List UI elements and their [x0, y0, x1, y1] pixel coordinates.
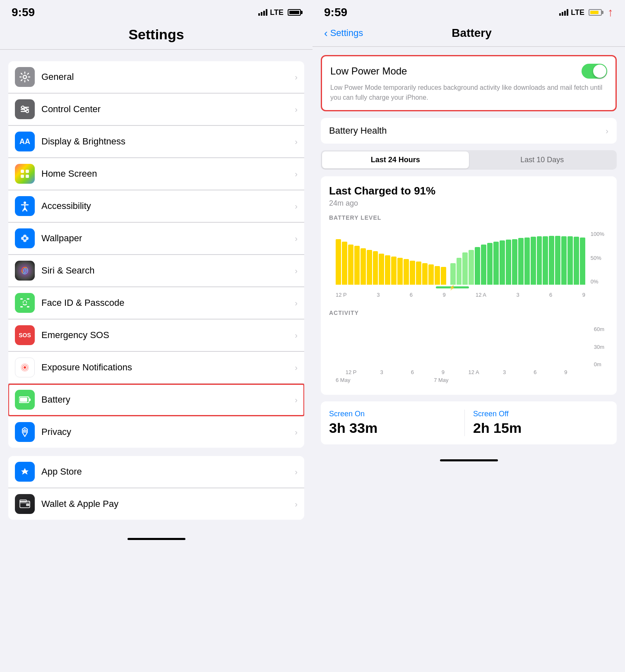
right-content: Low Power Mode Low Power Mode temporaril…: [312, 47, 625, 453]
charged-ago: 24m ago: [329, 199, 608, 208]
wallpaper-label: Wallpaper: [41, 233, 291, 244]
settings-group-2: App Store › Wallet & Apple Pay ›: [8, 456, 304, 520]
svg-point-10: [26, 110, 29, 113]
right-status-icons: LTE ↑: [559, 6, 613, 19]
appstore-chevron: ›: [295, 467, 298, 477]
settings-item-exposure[interactable]: Exposure Notifications ›: [8, 352, 304, 384]
battery-health-label: Battery Health: [329, 125, 387, 136]
battery-label: Battery: [41, 394, 291, 405]
siri-icon: [20, 266, 30, 276]
settings-item-appstore[interactable]: App Store ›: [8, 456, 304, 488]
siri-label: Siri & Search: [41, 265, 291, 276]
sos-icon-wrap: SOS: [15, 325, 35, 345]
home-screen-label: Home Screen: [41, 168, 291, 179]
wallpaper-icon-wrap: [15, 228, 35, 248]
siri-chevron: ›: [295, 266, 298, 276]
svg-rect-23: [27, 298, 29, 300]
faceid-icon-wrap: [15, 293, 35, 313]
svg-rect-2: [263, 11, 265, 16]
ay-60: 60m: [594, 326, 604, 332]
faceid-icon: [19, 298, 30, 308]
control-center-label: Control Center: [41, 104, 291, 115]
screen-on-col: Screen On 3h 33m: [329, 410, 464, 436]
settings-item-battery[interactable]: Battery ›: [8, 384, 304, 416]
tab-selector: Last 24 Hours Last 10 Days: [321, 150, 617, 170]
svg-rect-42: [562, 12, 563, 16]
settings-item-privacy[interactable]: Privacy ›: [8, 416, 304, 448]
settings-item-siri[interactable]: Siri & Search ›: [8, 255, 304, 287]
sliders-icon: [19, 104, 30, 115]
tab-10d[interactable]: Last 10 Days: [469, 151, 616, 168]
left-home-indicator: [127, 538, 185, 540]
ay-30: 30m: [594, 344, 604, 350]
settings-item-faceid[interactable]: Face ID & Passcode ›: [8, 287, 304, 319]
svg-rect-3: [266, 9, 267, 16]
settings-item-control-center[interactable]: Control Center ›: [8, 94, 304, 125]
date-6may: 6 May: [336, 377, 434, 383]
right-page-title: Battery: [363, 26, 580, 40]
svg-point-15: [24, 202, 26, 204]
settings-item-home-screen[interactable]: Home Screen ›: [8, 158, 304, 190]
accessibility-icon-wrap: [15, 196, 35, 216]
privacy-icon-wrap: [15, 422, 35, 442]
settings-item-general[interactable]: General ›: [8, 61, 304, 93]
battery-chart: 100% 50% 0% ⚡: [329, 224, 608, 301]
activity-chart: 60m 30m 0m 12 P36912 A369 6 May 7 May: [329, 319, 608, 386]
settings-item-wallpaper[interactable]: Wallpaper ›: [8, 223, 304, 254]
battery-y-labels: 100% 50% 0%: [591, 231, 604, 285]
faceid-label: Face ID & Passcode: [41, 298, 291, 308]
wallet-icon: [19, 499, 30, 509]
low-power-label: Low Power Mode: [330, 65, 407, 77]
privacy-label: Privacy: [41, 427, 291, 437]
activity-bar-area: [336, 326, 602, 367]
exposure-icon: [19, 362, 30, 373]
low-power-toggle[interactable]: [582, 64, 607, 79]
activity-x-axis: 12 P36912 A369: [336, 369, 602, 375]
grid-icon: [20, 169, 30, 179]
y-50: 50%: [591, 255, 604, 261]
activity-dates: 6 May 7 May: [336, 377, 602, 383]
right-signal-icon: [559, 9, 568, 16]
activity-section: ACTIVITY 60m 30m 0m 12 P36912 A369 6 Ma: [329, 310, 608, 386]
settings-item-wallet[interactable]: Wallet & Apple Pay ›: [8, 488, 304, 520]
svg-point-4: [23, 75, 26, 79]
svg-point-28: [24, 366, 26, 369]
battery-chevron: ›: [295, 395, 298, 405]
settings-group-1: General › Control Center ›: [8, 61, 304, 448]
right-header: ‹ Settings Battery: [312, 23, 625, 47]
battery-icon-right: [589, 9, 602, 16]
lte-label: LTE: [270, 8, 284, 17]
svg-rect-22: [20, 298, 23, 300]
battery-x-axis: 12 P36912 A369: [336, 290, 602, 298]
settings-item-accessibility[interactable]: Accessibility ›: [8, 190, 304, 222]
activity-chart-label: ACTIVITY: [329, 310, 608, 316]
lightning-icon: ⚡: [449, 285, 455, 290]
siri-icon-wrap: [15, 261, 35, 281]
sos-chevron: ›: [295, 331, 298, 340]
accessibility-chevron: ›: [295, 202, 298, 211]
left-page-title: Settings: [128, 26, 184, 42]
battery-health-card[interactable]: Battery Health ›: [321, 118, 617, 144]
tab-10d-label: Last 10 Days: [520, 156, 564, 164]
activity-y-labels: 60m 30m 0m: [594, 326, 604, 367]
back-button[interactable]: ‹ Settings: [324, 27, 363, 40]
appstore-label: App Store: [41, 466, 291, 477]
settings-item-emergency-sos[interactable]: SOS Emergency SOS ›: [8, 319, 304, 351]
svg-rect-12: [26, 170, 29, 173]
faceid-chevron: ›: [295, 298, 298, 308]
charging-bar: ⚡: [436, 286, 469, 288]
left-status-bar: 9:59 LTE: [0, 0, 312, 23]
y-0: 0%: [591, 278, 604, 285]
svg-rect-11: [21, 170, 24, 173]
svg-rect-33: [20, 398, 27, 402]
svg-rect-1: [261, 12, 262, 16]
battery-health-chevron: ›: [606, 126, 608, 136]
wallet-label: Wallet & Apple Pay: [41, 499, 291, 509]
exposure-label: Exposure Notifications: [41, 362, 291, 373]
left-panel: 9:59 LTE Settings: [0, 0, 312, 672]
settings-item-display[interactable]: AA Display & Brightness ›: [8, 126, 304, 158]
screen-off-value: 2h 15m: [473, 420, 608, 436]
wallpaper-chevron: ›: [295, 234, 298, 243]
tab-24h[interactable]: Last 24 Hours: [322, 151, 469, 168]
battery-icon-left: [288, 9, 301, 16]
